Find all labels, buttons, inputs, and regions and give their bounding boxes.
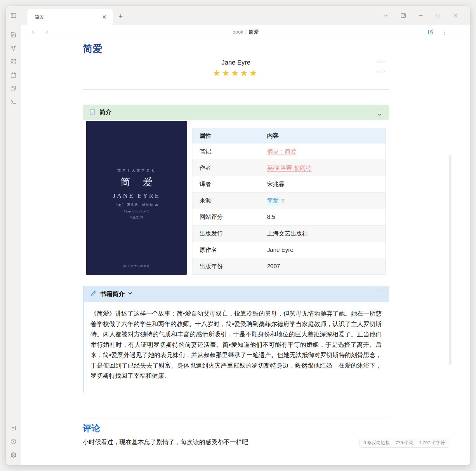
table-row: 出版发行 上海文艺出版社 (192, 225, 386, 242)
left-ribbon (6, 6, 21, 465)
collapse-chevron-icon[interactable] (377, 112, 382, 118)
author-link[interactable]: 英/夏洛蒂·勃朗特 (267, 164, 312, 171)
book-cover-image: 世界十大文学名著 简爱 JANE EYRE 〔美〕 夏洛蒂・勃朗特 著 Char… (86, 121, 187, 275)
table-row: 作者 英/夏洛蒂·勃朗特 (192, 160, 386, 176)
cover-title-cn: 简爱 (86, 176, 187, 189)
calendar-icon[interactable] (8, 69, 19, 81)
cover-publisher: ▦ 上海文艺出版社 (86, 264, 187, 268)
comment-text: 小时候看过，现在基本忘了剧情了，每次读的感受都不一样吧 (83, 437, 389, 447)
notepad-icon (88, 108, 96, 117)
table-row: 笔记 摘录：简爱 (192, 143, 386, 160)
source-external-link[interactable]: 简爱 (267, 197, 279, 204)
edit-note-icon[interactable] (426, 28, 435, 37)
view-header: book/简爱 ⋮ (21, 25, 470, 39)
code-block-icon[interactable]: </> (375, 288, 384, 293)
intro-callout: 简介 </> 世界十大文学名著 简爱 JANE EYRE 〔美〕 夏洛蒂・勃朗特… (83, 105, 389, 281)
close-window-icon[interactable] (451, 11, 460, 20)
table-row: 原作名 Jane Eyre (192, 242, 386, 258)
cover-title-en: JANE EYRE (86, 192, 187, 200)
table-row: 来源 简爱 (192, 193, 386, 209)
vault-switcher-icon[interactable] (8, 422, 19, 434)
more-options-icon[interactable]: ⋮ (441, 29, 447, 35)
properties-table: 属性 内容 笔记 摘录：简爱 作者 英/夏洛蒂·勃朗特 (192, 128, 386, 275)
table-header-row: 属性 内容 (192, 128, 386, 143)
table-row: 出版年份 2007 (192, 258, 386, 274)
char-count: 1,797 个字符 (419, 440, 445, 446)
summary-callout-title: 书籍简介 (100, 290, 125, 298)
cover-series-text: 世界十大文学名著 (86, 168, 187, 173)
graph-view-icon[interactable] (8, 42, 19, 54)
breadcrumb-current: 简爱 (249, 29, 259, 35)
divider (83, 418, 389, 418)
cover-translator: 宋兆霖 译 (86, 216, 187, 220)
terminal-icon[interactable] (8, 96, 19, 108)
intro-callout-title: 简介 (99, 108, 112, 116)
summary-callout: 书籍简介 </> 《简爱》讲述了这样一个故事：简•爱自幼父母双亡，投靠冷酷的舅母… (83, 286, 389, 393)
note-title: 简爱 (83, 41, 389, 56)
forward-arrow-icon[interactable] (42, 28, 51, 37)
toggle-left-sidebar-icon[interactable] (8, 10, 19, 21)
settings-gear-icon[interactable] (8, 449, 19, 461)
divider (83, 89, 389, 90)
table-row: 网站评分 8.5 (192, 209, 386, 225)
cover-author: 〔美〕 夏洛蒂・勃朗特 著 (86, 203, 187, 207)
cover-author-en: Charlotte Brontë (86, 209, 187, 214)
tab-close-icon[interactable]: ✕ (100, 13, 108, 21)
breadcrumb: book/简爱 (232, 29, 259, 35)
note-scroll-area: 简爱 Jane Eyre ★★★★★ </> </> (21, 39, 470, 465)
backlinks-count[interactable]: 0 条反向链接 (364, 440, 390, 446)
comments-heading: 评论 (83, 422, 389, 434)
code-block-icon[interactable]: </> (376, 69, 385, 74)
note-link[interactable]: 摘录：简爱 (267, 148, 296, 155)
code-block-icon[interactable]: </> (376, 59, 385, 64)
search-file-icon[interactable] (8, 29, 19, 41)
app-window: 简爱 ✕ + book/简爱 ⋮ (6, 6, 470, 465)
new-tab-button[interactable]: + (116, 11, 126, 21)
help-icon[interactable] (8, 436, 19, 447)
rating-stars: ★★★★★ (83, 67, 389, 79)
toggle-right-sidebar-icon[interactable] (399, 11, 408, 20)
dashboard-icon[interactable] (8, 56, 19, 67)
minimize-icon[interactable] (416, 11, 425, 20)
table-row: 译者 宋兆霖 (192, 176, 386, 193)
scrollbar-thumb[interactable] (449, 155, 451, 365)
summary-callout-header[interactable]: 书籍简介 </> (84, 286, 389, 302)
tab-jane-eyre[interactable]: 简爱 ✕ (27, 9, 113, 25)
book-summary-text: 《简爱》讲述了这样一个故事：简•爱自幼父母双亡，投靠冷酷的舅母，但舅母无情地抛弃… (84, 302, 389, 393)
external-link-icon (279, 197, 285, 204)
book-subtitle: Jane Eyre (83, 58, 389, 67)
maximize-icon[interactable] (434, 11, 443, 20)
status-bar: 0 条反向链接 779 个词 1,797 个字符 (359, 438, 449, 448)
back-arrow-icon[interactable] (29, 28, 38, 37)
collapse-chevron-icon[interactable] (128, 291, 133, 297)
tab-title: 简爱 (34, 14, 100, 20)
duplicate-note-icon[interactable] (8, 83, 19, 94)
tab-list-chevron-icon[interactable] (381, 11, 390, 20)
code-block-icon[interactable]: </> (375, 106, 384, 111)
pencil-icon (91, 290, 97, 297)
intro-callout-header[interactable]: 简介 </> (83, 105, 389, 120)
breadcrumb-parent[interactable]: book (232, 29, 243, 35)
word-count: 779 个词 (395, 440, 413, 446)
tab-bar: 简爱 ✕ + (21, 6, 470, 25)
